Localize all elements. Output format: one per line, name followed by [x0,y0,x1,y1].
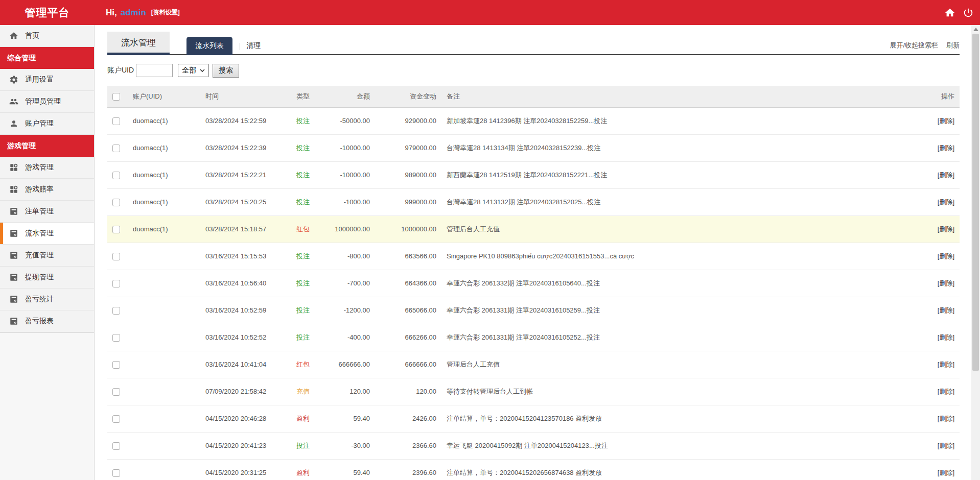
row-checkbox[interactable] [112,199,120,206]
delete-link[interactable]: [删除] [938,415,954,422]
time-cell: 03/28/2024 15:22:21 [200,161,288,188]
delete-link[interactable]: [删除] [938,333,954,341]
scroll-up-arrow[interactable] [973,28,978,31]
delete-link[interactable]: [删除] [938,225,954,233]
report-icon [9,229,18,238]
sidebar-item-label: 通用设置 [25,75,54,84]
row-checkbox[interactable] [112,280,120,287]
action-cell: [删除] [908,459,960,480]
sidebar-item-bet-order-mgmt[interactable]: 注单管理 [0,201,94,223]
delete-link[interactable]: [删除] [938,198,954,206]
vertical-scrollbar[interactable] [971,25,980,480]
scrollbar-thumb[interactable] [972,34,979,371]
uid-input[interactable] [136,64,173,77]
chevron-down-icon [200,69,205,73]
sidebar-item-admin-mgmt[interactable]: 管理员管理 [0,91,94,113]
account-cell [128,405,200,432]
delete-link[interactable]: [删除] [938,117,954,125]
sidebar-item-label: 盈亏报表 [25,317,54,326]
balance-cell: 2426.00 [375,405,441,432]
power-icon[interactable] [963,7,974,18]
balance-cell: 664366.00 [375,270,441,297]
amount-cell: -800.00 [318,243,375,270]
balance-cell: 666266.00 [375,324,441,351]
tab-clean[interactable]: 清理 [244,37,263,55]
action-cell: [删除] [908,270,960,297]
row-checkbox[interactable] [112,145,120,152]
row-checkbox[interactable] [112,442,120,450]
row-checkbox[interactable] [112,172,120,179]
grid-icon [9,185,18,194]
delete-link[interactable]: [删除] [938,252,954,260]
sidebar-item-general-settings[interactable]: 通用设置 [0,69,94,91]
action-cell: [删除] [908,297,960,324]
toggle-search-link[interactable]: 展开/收起搜索栏 [890,41,938,50]
sidebar-item-label: 游戏赔率 [25,185,54,194]
remark-cell: 等待支付转管理后台人工到帐 [441,378,908,405]
row-checkbox[interactable] [112,117,120,125]
sidebar-section-general-mgmt: 综合管理 [0,47,94,69]
amount-cell: 59.40 [318,459,375,480]
row-checkbox[interactable] [112,361,120,369]
delete-link[interactable]: [删除] [938,279,954,287]
delete-link[interactable]: [删除] [938,171,954,179]
type-cell: 投注 [288,134,318,161]
type-select[interactable]: 全部 [178,64,209,77]
delete-link[interactable]: [删除] [938,306,954,314]
sidebar-item-home[interactable]: 首页 [0,25,94,47]
sidebar-item-label: 盈亏统计 [25,295,54,304]
sidebar-item-recharge-mgmt[interactable]: 充值管理 [0,245,94,267]
row-checkbox[interactable] [112,307,120,315]
search-button[interactable]: 搜索 [213,64,239,78]
amount-cell: 666666.00 [318,351,375,378]
row-checkbox[interactable] [112,226,120,233]
gear-icon [9,75,18,84]
sidebar-item-profit-report[interactable]: 盈亏报表 [0,310,94,332]
balance-cell: 120.00 [375,378,441,405]
sidebar-item-account-mgmt[interactable]: 账户管理 [0,113,94,135]
account-cell [128,297,200,324]
delete-link[interactable]: [删除] [938,469,954,476]
row-checkbox[interactable] [112,415,120,423]
type-cell: 投注 [288,161,318,188]
type-cell: 投注 [288,107,318,134]
amount-cell: -30.00 [318,432,375,459]
account-cell: duomacc(1) [128,134,200,161]
sidebar: 首页综合管理通用设置管理员管理账户管理游戏管理游戏管理游戏赔率注单管理流水管理充… [0,25,95,480]
time-cell: 04/15/2020 20:31:25 [200,459,288,480]
type-cell: 投注 [288,297,318,324]
delete-link[interactable]: [删除] [938,144,954,152]
table-row: 03/16/2024 10:56:40投注-700.00664366.00幸運六… [107,270,960,297]
grid-icon [9,163,18,172]
row-checkbox[interactable] [112,253,120,260]
home-icon [9,31,18,40]
row-checkbox[interactable] [112,334,120,342]
user-icon [9,119,18,128]
delete-link[interactable]: [删除] [938,442,954,449]
balance-cell: 989000.00 [375,161,441,188]
account-cell [128,351,200,378]
report-icon [9,317,18,326]
time-cell: 04/15/2020 20:41:23 [200,432,288,459]
delete-link[interactable]: [删除] [938,361,954,368]
sidebar-item-label: 游戏管理 [25,163,54,172]
account-cell: duomacc(1) [128,161,200,188]
table-header-row: 账户(UID) 时间 类型 金额 资金变动 备注 操作 [107,86,960,107]
sidebar-item-game-odds[interactable]: 游戏赔率 [0,179,94,201]
page-title-tab[interactable]: 流水管理 [107,32,170,55]
sidebar-item-flow-mgmt[interactable]: 流水管理 [0,223,94,245]
sidebar-item-game-mgmt[interactable]: 游戏管理 [0,157,94,179]
row-checkbox[interactable] [112,388,120,396]
home-icon[interactable] [944,7,955,18]
sidebar-item-withdraw-mgmt[interactable]: 提现管理 [0,267,94,289]
sidebar-item-profit-stats[interactable]: 盈亏统计 [0,289,94,310]
select-all-checkbox[interactable] [112,93,120,101]
row-checkbox[interactable] [112,469,120,477]
sidebar-item-label: 充值管理 [25,251,54,260]
delete-link[interactable]: [删除] [938,388,954,395]
tab-flow-list[interactable]: 流水列表 [186,37,232,55]
refresh-link[interactable]: 刷新 [946,41,960,50]
account-cell [128,270,200,297]
profile-settings-link[interactable]: [资料设置] [151,8,180,17]
remark-cell: 注单结算，单号：20200415204123570186 盈利发放 [441,405,908,432]
